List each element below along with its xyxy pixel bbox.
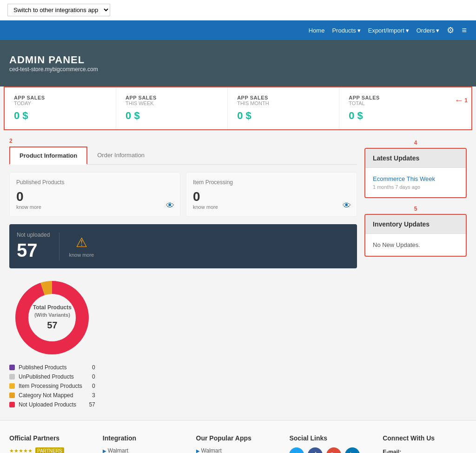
sales-month: APP SALES THIS MONTH 0 $ <box>228 87 339 129</box>
gear-icon[interactable]: ⚙ <box>447 25 454 35</box>
donut-label: Total Products (With Variants) 57 <box>33 304 72 332</box>
sales-week: APP SALES THIS WEEK 0 $ <box>116 87 228 129</box>
integration-walmart[interactable]: ▶Walmart <box>103 447 187 453</box>
annotation-arrow: ← 1 <box>450 87 471 113</box>
contact-info: E-mail: bigcommerce@cedcommerce.com Tick… <box>383 447 467 453</box>
inventory-updates-header: Inventory Updates <box>365 215 466 234</box>
not-uploaded-card: Not uploaded 57 ⚠ know more <box>9 224 357 268</box>
linkedin-icon[interactable]: in <box>345 447 360 453</box>
update-date: 1 months 7 days ago <box>373 184 458 190</box>
left-panel: 2 Product Information Order Information … <box>9 140 357 411</box>
sales-today: APP SALES TODAY 0 $ <box>5 87 116 129</box>
footer-integration: Integration ▶Walmart ▶Jet ▶NewEgg-US ▶Fr… <box>103 434 187 453</box>
store-url: ced-test-store.mybigcommerce.com <box>9 66 467 73</box>
eye-icon-processing[interactable]: 👁 <box>343 201 351 211</box>
facebook-icon[interactable]: f <box>308 447 323 453</box>
latest-updates-panel: Latest Updates Ecommerce This Week 1 mon… <box>364 148 467 198</box>
footer: Official Partners ★★★★★ PARTNERS Walmart… <box>0 420 476 453</box>
sales-total: APP SALES TOTAL 0 $ <box>339 87 450 129</box>
card-item-processing: Item Processing 0 know more 👁 <box>186 172 357 217</box>
processing-know-more-link[interactable]: know more <box>193 204 218 210</box>
integration-switcher[interactable]: Switch to other integrations app <box>7 4 110 16</box>
admin-title: ADMIN PANEL <box>9 54 467 66</box>
footer-social: Social Links t f G+ in ▶ News | Forum | … <box>289 434 373 453</box>
latest-updates-header: Latest Updates <box>365 149 466 168</box>
legend-dot-processing <box>9 383 15 389</box>
product-cards: Published Products 0 know more 👁 Item Pr… <box>9 172 357 217</box>
legend-processing: Item Processing Products 0 <box>9 383 95 389</box>
footer-popular-apps: Our Popular Apps ▶Walmart ▶Jet ▶Sears ▶N… <box>196 434 280 453</box>
published-know-more-link[interactable]: know more <box>16 204 41 210</box>
annotation-5: 5 <box>364 206 467 212</box>
ecommerce-link[interactable]: Ecommerce This Week <box>373 175 458 182</box>
legend-dot-category <box>9 393 15 398</box>
tabs: Product Information Order Information <box>9 147 357 165</box>
vertical-divider <box>59 233 60 260</box>
legend-not-uploaded: Not Uploaded Products 57 <box>9 401 95 408</box>
hero-banner: ADMIN PANEL ced-test-store.mybigcommerce… <box>0 40 476 87</box>
inventory-empty-message: No New Updates. <box>373 241 458 248</box>
chart-section: Total Products (With Variants) 57 Publis… <box>9 276 357 411</box>
social-icons: t f G+ in <box>289 447 373 453</box>
nav-home[interactable]: Home <box>309 27 325 34</box>
footer-grid: Official Partners ★★★★★ PARTNERS Walmart… <box>9 434 467 453</box>
legend-dot-not-uploaded <box>9 402 15 407</box>
legend-unpublished: UnPublished Products 0 <box>9 373 95 380</box>
inventory-updates-body: No New Updates. <box>365 234 466 256</box>
menu-icon[interactable]: ≡ <box>462 26 467 35</box>
main-content: 2 Product Information Order Information … <box>0 130 476 420</box>
top-bar: Switch to other integrations app <box>0 0 476 20</box>
annotation-2: 2 <box>9 138 13 144</box>
app-walmart[interactable]: ▶Walmart <box>196 447 280 453</box>
donut-chart-wrapper: Total Products (With Variants) 57 Publis… <box>9 276 95 411</box>
annotation-4: 4 <box>364 140 467 146</box>
nav-products[interactable]: Products▾ <box>332 27 360 34</box>
tab-order-information[interactable]: Order Information <box>87 147 154 164</box>
google-icon[interactable]: G+ <box>326 447 341 453</box>
inventory-updates-panel: Inventory Updates No New Updates. <box>364 214 467 257</box>
legend-published: Published Products 0 <box>9 364 95 371</box>
footer-partners: Official Partners ★★★★★ PARTNERS Walmart… <box>9 434 93 453</box>
eye-icon-published[interactable]: 👁 <box>166 201 174 211</box>
nav-orders[interactable]: Orders▾ <box>416 27 440 34</box>
legend-dot-published <box>9 365 15 370</box>
sales-cells: APP SALES TODAY 0 $ APP SALES THIS WEEK … <box>5 87 450 129</box>
right-panel: 4 Latest Updates Ecommerce This Week 1 m… <box>364 140 467 411</box>
latest-updates-body: Ecommerce This Week 1 months 7 days ago <box>365 168 466 197</box>
twitter-icon[interactable]: t <box>289 447 304 453</box>
warning-icon: ⚠ <box>69 235 94 250</box>
app-sales-section: APP SALES TODAY 0 $ APP SALES THIS WEEK … <box>4 87 472 130</box>
legend-dot-unpublished <box>9 374 15 380</box>
chart-legend: Published Products 0 UnPublished Product… <box>9 364 95 411</box>
legend-category: Category Not Mapped 3 <box>9 392 95 399</box>
donut-chart: Total Products (With Variants) 57 <box>10 276 94 360</box>
tab-product-information[interactable]: Product Information <box>9 147 87 165</box>
main-nav: Home Products▾ Export/Import▾ Orders▾ ⚙ … <box>0 20 476 40</box>
nav-export-import[interactable]: Export/Import▾ <box>368 27 409 34</box>
footer-connect: Connect With Us E-mail: bigcommerce@cedc… <box>383 434 467 453</box>
card-published-products: Published Products 0 know more 👁 <box>9 172 180 217</box>
